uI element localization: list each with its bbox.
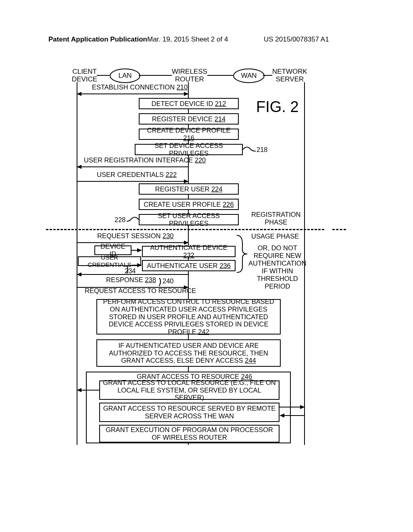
hline-lan-router (139, 75, 172, 76)
box-auth-user: AUTHENTICATE USER 236 (142, 260, 236, 271)
arrow-response (77, 272, 189, 277)
grant-exec-text: GRANT EXECUTION OF PROGRAM ON PROCESSOR … (102, 426, 276, 441)
svg-marker-12 (137, 263, 142, 267)
if-authorized-ref: 244 (245, 357, 256, 364)
svg-marker-1 (77, 92, 81, 96)
create-device-profile-text: CREATE DEVICE PROFILE (147, 127, 231, 134)
svg-marker-20 (300, 405, 305, 409)
hline-wan-server (263, 75, 272, 76)
box-perform-access: PERFORM ACCESS CONTROL TO RESOURCE BASED… (96, 299, 281, 335)
phase-divider-right (332, 229, 346, 230)
user-reg-if-ref: 220 (195, 156, 206, 164)
user-reg-if-text: USER REGISTRATION INTERFACE (84, 156, 193, 164)
box-grant-local: GRANT ACCESS TO LOCAL RESOURCE (E.G., FI… (99, 380, 280, 400)
detect-device-text: DETECT DEVICE ID (152, 100, 213, 107)
auth-user-text: AUTHENTICATE USER (147, 262, 218, 269)
ref-240: 240 (163, 277, 174, 285)
msg-establish-text: ESTABLISH CONNECTION (92, 83, 175, 91)
register-device-text: REGISTER DEVICE (152, 115, 213, 123)
grant-local-text: GRANT ACCESS TO LOCAL RESOURCE (E.G., FI… (102, 379, 276, 402)
phase-usage: USAGE PHASE (251, 233, 299, 240)
box-detect-device-id: DETECT DEVICE ID 212 (139, 98, 239, 109)
set-device-priv-text: SET DEVICE ACCESS PRIVILEGES (138, 142, 240, 157)
box-register-device: REGISTER DEVICE 214 (139, 113, 239, 125)
box-if-authorized: IF AUTHENTICATED USER AND DEVICE ARE AUT… (96, 339, 281, 367)
brace-usage (237, 233, 249, 275)
lane-network-server: NETWORK SERVER (272, 68, 307, 83)
detect-device-ref: 212 (215, 100, 226, 107)
box-create-user-profile: CREATE USER PROFILE 226 (139, 199, 239, 210)
stub-2 (188, 125, 189, 129)
msg-establish-ref: 210 (177, 83, 188, 91)
svg-marker-18 (77, 388, 81, 392)
register-user-text: REGISTER USER (155, 185, 210, 193)
arrow-grant-remote-in (280, 413, 305, 418)
msg-establish-connection: ESTABLISH CONNECTION 210 (92, 83, 188, 91)
arrow-grant-local (77, 387, 99, 393)
create-user-profile-ref: 226 (223, 201, 234, 208)
arrow-device-id (131, 247, 142, 253)
arrow-establish (77, 91, 189, 97)
svg-marker-16 (184, 285, 189, 289)
request-session-text: REQUEST SESSION (97, 232, 161, 239)
lane-wireless-router: WIRELESS ROUTER (172, 68, 207, 83)
arrow-user-reg-if (77, 164, 189, 170)
lane-client-device: CLIENT DEVICE (72, 68, 97, 83)
stub-6 (188, 335, 189, 339)
box-auth-device: AUTHENTICATE DEVICE 232 (142, 246, 236, 257)
phase-registration: REGISTRATION PHASE (251, 211, 301, 226)
header-pubnum: US 2015/0078357 A1 (264, 35, 329, 44)
svg-marker-2 (184, 92, 189, 96)
leader-218 (243, 145, 256, 154)
stub-7 (188, 367, 189, 372)
stub-4 (188, 195, 189, 199)
arrow-grant-remote-out (280, 404, 305, 410)
figure-label: FIG. 2 (256, 98, 299, 116)
hline-client-lan (97, 75, 110, 76)
box-create-device-profile: CREATE DEVICE PROFILE 216 (139, 129, 239, 140)
set-user-priv-text: SET USER ACCESS PRIVILEGES (142, 212, 236, 227)
svg-marker-22 (280, 414, 284, 418)
page-root: Patent Application Publication Mar. 19, … (0, 0, 413, 532)
arrow-request-access (77, 285, 189, 290)
header-date-sheet: Mar. 19, 2015 Sheet 2 of 4 (147, 35, 228, 44)
grant-remote-text: GRANT ACCESS TO RESOURCE SERVED BY REMOT… (102, 405, 276, 420)
auth-device-ref: 232 (183, 251, 194, 259)
box-grant-exec: GRANT EXECUTION OF PROGRAM ON PROCESSOR … (99, 425, 280, 443)
register-user-ref: 224 (211, 185, 223, 193)
request-session-ref: 230 (163, 232, 174, 239)
ref-228: 228 (115, 216, 126, 224)
create-user-profile-text: CREATE USER PROFILE (144, 201, 221, 208)
side-note-auth: OR, DO NOT REQUIRE NEW AUTHENTICATION IF… (248, 244, 307, 290)
lane-wan-oval: WAN (233, 69, 265, 83)
header-publication: Patent Application Publication (48, 35, 147, 44)
arrow-user-cred-2 (131, 262, 142, 268)
perform-access-ref: 242 (198, 328, 209, 335)
svg-marker-14 (77, 272, 81, 276)
msg-request-session: REQUEST SESSION 230 (97, 232, 174, 240)
create-device-profile-ref: 216 (183, 134, 194, 141)
msg-user-cred: USER CREDENTIALS 222 (97, 171, 177, 179)
box-grant-remote: GRANT ACCESS TO RESOURCE SERVED BY REMOT… (99, 403, 280, 422)
if-authorized-text: IF AUTHENTICATED USER AND DEVICE ARE AUT… (109, 342, 268, 364)
leader-228 (127, 215, 139, 224)
svg-marker-4 (77, 165, 81, 169)
perform-access-text: PERFORM ACCESS CONTROL TO RESOURCE BASED… (103, 298, 274, 336)
ref-218: 218 (257, 146, 268, 154)
hline-router-wan (207, 75, 233, 76)
auth-user-ref: 236 (219, 262, 231, 269)
user-cred-ref: 222 (166, 171, 177, 178)
msg-user-reg-if: USER REGISTRATION INTERFACE 220 (84, 156, 206, 164)
box-register-user: REGISTER USER 224 (139, 183, 239, 195)
lane-lan-oval: LAN (110, 69, 140, 83)
stub-1 (188, 109, 189, 113)
auth-device-text: AUTHENTICATE DEVICE (150, 244, 227, 251)
user-cred-text: USER CREDENTIALS (97, 171, 164, 178)
box-set-user-priv: SET USER ACCESS PRIVILEGES (139, 214, 239, 225)
svg-marker-6 (184, 179, 189, 183)
box-set-device-priv: SET DEVICE ACCESS PRIVILEGES (135, 144, 243, 155)
phase-divider (46, 229, 324, 230)
svg-marker-10 (137, 248, 142, 252)
register-device-ref: 214 (215, 115, 226, 123)
